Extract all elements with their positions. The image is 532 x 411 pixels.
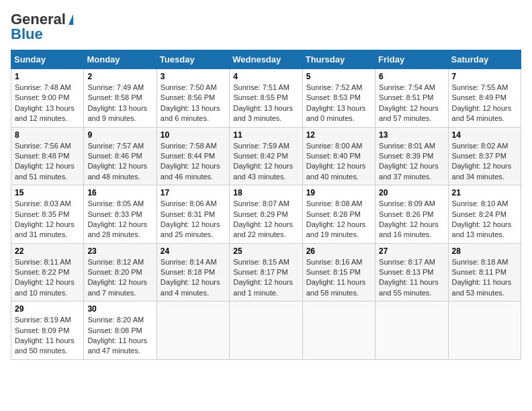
day-24: 24Sunrise: 8:14 AMSunset: 8:18 PMDayligh…: [157, 243, 229, 302]
logo-arrow-icon: [69, 14, 73, 25]
empty-cell: [157, 302, 229, 360]
day-21: 21Sunrise: 8:10 AMSunset: 8:24 PMDayligh…: [448, 185, 521, 244]
day-23: 23Sunrise: 8:12 AMSunset: 8:20 PMDayligh…: [84, 243, 157, 302]
day-8: 8Sunrise: 7:56 AMSunset: 8:48 PMDaylight…: [11, 127, 84, 185]
logo-blue-text: Blue: [11, 26, 43, 43]
calendar-header-sunday: Sunday: [11, 50, 84, 69]
day-2: 2Sunrise: 7:49 AMSunset: 8:58 PMDaylight…: [84, 69, 157, 128]
logo: General Blue: [11, 11, 73, 43]
empty-cell: [230, 302, 302, 360]
calendar-header-monday: Monday: [84, 50, 157, 69]
calendar-row-1: 1Sunrise: 7:48 AMSunset: 9:00 PMDaylight…: [11, 69, 521, 128]
header: General Blue: [11, 11, 521, 43]
calendar-row-4: 22Sunrise: 8:11 AMSunset: 8:22 PMDayligh…: [11, 243, 521, 302]
day-27: 27Sunrise: 8:17 AMSunset: 8:13 PMDayligh…: [375, 243, 448, 302]
day-13: 13Sunrise: 8:01 AMSunset: 8:39 PMDayligh…: [375, 127, 448, 185]
day-29: 29Sunrise: 8:19 AMSunset: 8:09 PMDayligh…: [11, 302, 84, 360]
calendar-header-tuesday: Tuesday: [157, 50, 229, 69]
day-15: 15Sunrise: 8:03 AMSunset: 8:35 PMDayligh…: [11, 185, 84, 244]
calendar-row-2: 8Sunrise: 7:56 AMSunset: 8:48 PMDaylight…: [11, 127, 521, 185]
day-16: 16Sunrise: 8:05 AMSunset: 8:33 PMDayligh…: [84, 185, 157, 244]
day-30: 30Sunrise: 8:20 AMSunset: 8:08 PMDayligh…: [84, 302, 157, 360]
day-19: 19Sunrise: 8:08 AMSunset: 8:28 PMDayligh…: [302, 185, 375, 244]
calendar-header-saturday: Saturday: [448, 50, 521, 69]
calendar: SundayMondayTuesdayWednesdayThursdayFrid…: [11, 50, 521, 360]
day-5: 5Sunrise: 7:52 AMSunset: 8:53 PMDaylight…: [302, 69, 375, 128]
day-22: 22Sunrise: 8:11 AMSunset: 8:22 PMDayligh…: [11, 243, 84, 302]
day-14: 14Sunrise: 8:02 AMSunset: 8:37 PMDayligh…: [448, 127, 521, 185]
day-28: 28Sunrise: 8:18 AMSunset: 8:11 PMDayligh…: [448, 243, 521, 302]
empty-cell: [302, 302, 375, 360]
day-9: 9Sunrise: 7:57 AMSunset: 8:46 PMDaylight…: [84, 127, 157, 185]
day-1: 1Sunrise: 7:48 AMSunset: 9:00 PMDaylight…: [11, 69, 84, 128]
day-4: 4Sunrise: 7:51 AMSunset: 8:55 PMDaylight…: [230, 69, 302, 128]
calendar-row-3: 15Sunrise: 8:03 AMSunset: 8:35 PMDayligh…: [11, 185, 521, 244]
day-6: 6Sunrise: 7:54 AMSunset: 8:51 PMDaylight…: [375, 69, 448, 128]
day-7: 7Sunrise: 7:55 AMSunset: 8:49 PMDaylight…: [448, 69, 521, 128]
empty-cell: [375, 302, 448, 360]
day-12: 12Sunrise: 8:00 AMSunset: 8:40 PMDayligh…: [302, 127, 375, 185]
day-17: 17Sunrise: 8:06 AMSunset: 8:31 PMDayligh…: [157, 185, 229, 244]
calendar-header-friday: Friday: [375, 50, 448, 69]
day-26: 26Sunrise: 8:16 AMSunset: 8:15 PMDayligh…: [302, 243, 375, 302]
calendar-header-wednesday: Wednesday: [230, 50, 302, 69]
day-25: 25Sunrise: 8:15 AMSunset: 8:17 PMDayligh…: [230, 243, 302, 302]
empty-cell: [448, 302, 521, 360]
calendar-row-6: 29Sunrise: 8:19 AMSunset: 8:09 PMDayligh…: [11, 302, 521, 360]
calendar-header-row: SundayMondayTuesdayWednesdayThursdayFrid…: [11, 50, 521, 69]
day-18: 18Sunrise: 8:07 AMSunset: 8:29 PMDayligh…: [230, 185, 302, 244]
day-20: 20Sunrise: 8:09 AMSunset: 8:26 PMDayligh…: [375, 185, 448, 244]
day-11: 11Sunrise: 7:59 AMSunset: 8:42 PMDayligh…: [230, 127, 302, 185]
day-3: 3Sunrise: 7:50 AMSunset: 8:56 PMDaylight…: [157, 69, 229, 128]
day-10: 10Sunrise: 7:58 AMSunset: 8:44 PMDayligh…: [157, 127, 229, 185]
calendar-header-thursday: Thursday: [302, 50, 375, 69]
